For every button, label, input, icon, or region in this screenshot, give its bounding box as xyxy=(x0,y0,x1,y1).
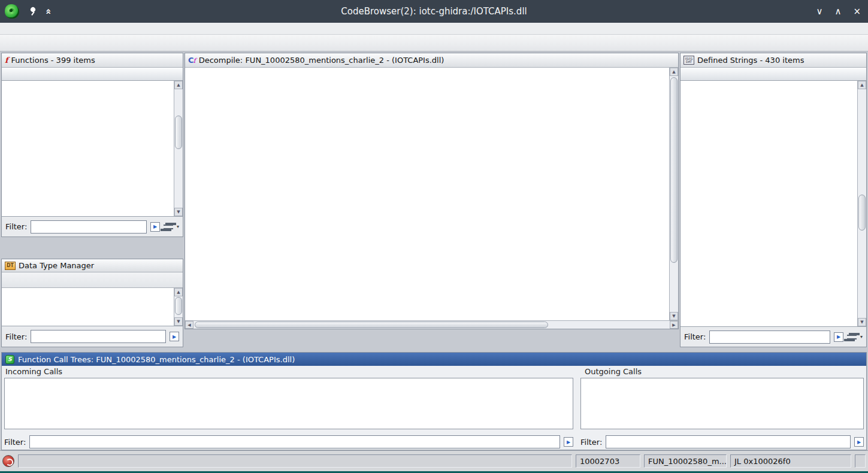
outgoing-calls-tree xyxy=(580,378,864,429)
defined-strings-panel: 0101DAT Defined Strings - 430 items ▲ ▼ … xyxy=(680,53,867,347)
dtm-scrollbar[interactable]: ▲ ▼ xyxy=(174,288,183,326)
filter-options-icon[interactable]: ▶ xyxy=(170,332,179,341)
incoming-calls-label: Incoming Calls xyxy=(5,367,62,376)
maximize-icon[interactable]: ∧ xyxy=(834,6,841,17)
status-function-cell: FUN_10002580_m... xyxy=(644,454,727,468)
incoming-calls-tree xyxy=(4,378,573,429)
data-type-manager-panel: DT Data Type Manager ▲ ▼ Filter: ▶ xyxy=(1,259,183,347)
pin-icon[interactable] xyxy=(29,7,37,16)
filter-label: Filter: xyxy=(4,438,26,447)
window-title: CodeBrowser(2): iotc-ghidra:/IOTCAPIs.dl… xyxy=(0,6,868,17)
dtm-tree: ▲ ▼ xyxy=(2,288,183,326)
filter-settings-icon[interactable] xyxy=(847,333,857,341)
decompile-header: Cf Decompile: FUN_10002580_mentions_char… xyxy=(185,53,678,68)
filter-label: Filter: xyxy=(684,332,706,341)
dtm-toolbar xyxy=(2,272,183,288)
call-trees-header: S Function Call Trees: FUN_10002580_ment… xyxy=(2,353,866,366)
filter-options-icon[interactable]: ▶ xyxy=(854,437,864,447)
strings-table-header xyxy=(681,68,866,81)
scroll-up-icon[interactable]: ▲ xyxy=(174,81,183,89)
double-chevron-up-icon[interactable]: « xyxy=(43,8,55,14)
filter-label: Filter: xyxy=(580,438,602,447)
scroll-down-icon[interactable]: ▼ xyxy=(174,317,183,326)
filter-label: Filter: xyxy=(5,332,27,341)
filter-options-icon[interactable]: ▶ xyxy=(564,437,573,447)
close-icon[interactable]: × xyxy=(853,6,861,17)
menu-bar xyxy=(0,23,868,35)
status-instruction-cell: JL 0x100026f0 xyxy=(730,454,851,468)
scroll-right-icon[interactable]: ▶ xyxy=(670,321,678,329)
functions-panel: f Functions - 399 items ▲ ▼ Filter: ▶ ▾ xyxy=(1,53,183,237)
data-type-manager-icon: DT xyxy=(5,262,16,270)
filter-options-icon[interactable]: ▶ xyxy=(834,332,843,342)
ghidra-logo-icon xyxy=(5,4,19,19)
title-bar: « CodeBrowser(2): iotc-ghidra:/IOTCAPIs.… xyxy=(0,0,868,23)
strings-filter-bar: Filter: ▶ ▾ xyxy=(681,326,866,347)
filter-options-icon[interactable]: ▶ xyxy=(150,222,160,232)
functions-table-body: ▲ ▼ xyxy=(2,81,183,216)
strings-table-body: ▲ ▼ xyxy=(681,81,866,326)
status-message-cell xyxy=(18,454,572,468)
dtm-filter-input[interactable] xyxy=(31,330,166,343)
scroll-down-icon[interactable]: ▼ xyxy=(174,208,183,216)
strings-filter-input[interactable] xyxy=(709,331,830,344)
outgoing-filter-bar: Filter: ▶ xyxy=(580,433,864,451)
function-call-trees-icon: S xyxy=(5,355,14,364)
functions-filter-input[interactable] xyxy=(31,220,147,234)
decompile-title: Decompile: FUN_10002580_mentions_charlie… xyxy=(199,56,672,65)
decompile-panel: Cf Decompile: FUN_10002580_mentions_char… xyxy=(185,53,679,329)
incoming-filter-bar: Filter: ▶ xyxy=(4,433,573,451)
status-end-cell xyxy=(855,454,866,468)
status-bar: 10002703 FUN_10002580_m... JL 0x100026f0 xyxy=(0,450,868,471)
status-address-cell: 10002703 xyxy=(576,454,640,468)
outgoing-filter-input[interactable] xyxy=(606,435,851,448)
scroll-up-icon[interactable]: ▲ xyxy=(858,81,866,89)
scroll-left-icon[interactable]: ◀ xyxy=(185,321,193,329)
filter-label: Filter: xyxy=(5,222,27,231)
functions-panel-title: Functions - 399 items xyxy=(11,56,177,65)
codebrowser-window: « CodeBrowser(2): iotc-ghidra:/IOTCAPIs.… xyxy=(0,0,868,473)
decompile-vscrollbar[interactable]: ▲ ▼ xyxy=(669,68,678,320)
scroll-up-icon[interactable]: ▲ xyxy=(670,68,678,76)
strings-scrollbar[interactable]: ▲ ▼ xyxy=(857,81,866,326)
dtm-title: Data Type Manager xyxy=(19,261,177,270)
scroll-down-icon[interactable]: ▼ xyxy=(858,318,866,326)
decompiler-icon: Cf xyxy=(188,56,196,65)
decompile-hscrollbar[interactable]: ◀ ▶ xyxy=(185,320,678,329)
filter-caret-icon[interactable]: ▾ xyxy=(860,334,863,339)
strings-panel-header: 0101DAT Defined Strings - 430 items xyxy=(681,53,866,68)
strings-panel-title: Defined Strings - 430 items xyxy=(697,56,860,65)
scroll-down-icon[interactable]: ▼ xyxy=(670,312,678,320)
call-trees-title: Function Call Trees: FUN_10002580_mentio… xyxy=(18,355,295,364)
incoming-filter-input[interactable] xyxy=(29,435,560,448)
outgoing-calls-label: Outgoing Calls xyxy=(585,367,642,376)
filter-caret-icon[interactable]: ▾ xyxy=(177,224,179,229)
minimize-icon[interactable]: ∨ xyxy=(816,6,822,17)
functions-panel-header: f Functions - 399 items xyxy=(2,53,183,68)
window-controls: ∨∧× xyxy=(816,0,861,23)
decompile-code-area[interactable]: ▲ ▼ xyxy=(185,68,678,320)
main-toolbar xyxy=(0,35,868,51)
ghidra-status-icon[interactable] xyxy=(2,455,14,467)
dtm-filter-bar: Filter: ▶ xyxy=(2,326,183,347)
defined-strings-icon: 0101DAT xyxy=(683,56,694,65)
dtm-header: DT Data Type Manager xyxy=(2,259,183,272)
function-call-trees-panel: S Function Call Trees: FUN_10002580_ment… xyxy=(1,352,867,450)
functions-table-header xyxy=(2,68,183,81)
scroll-up-icon[interactable]: ▲ xyxy=(174,288,183,296)
filter-settings-icon[interactable] xyxy=(164,223,173,231)
functions-panel-icon: f xyxy=(5,56,8,65)
functions-filter-bar: Filter: ▶ ▾ xyxy=(2,216,183,236)
functions-scrollbar[interactable]: ▲ ▼ xyxy=(174,81,183,216)
call-trees-body: Incoming Calls Outgoing Calls Filter: ▶ … xyxy=(2,366,866,450)
